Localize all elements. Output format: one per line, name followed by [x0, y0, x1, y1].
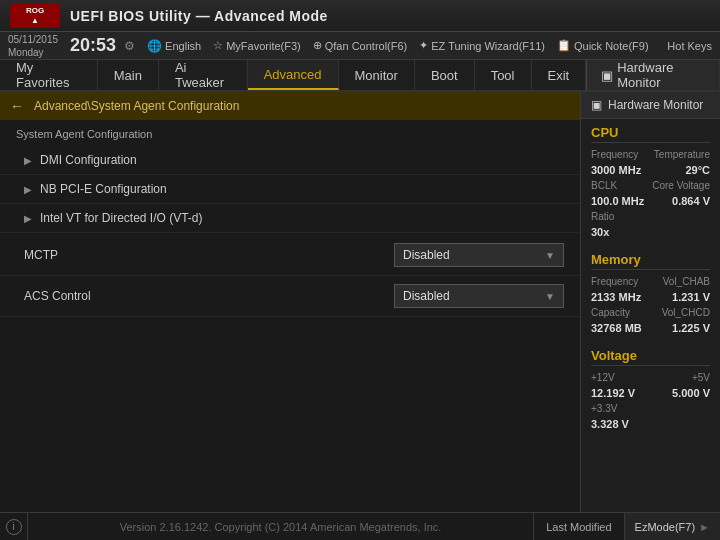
acs-control-setting-row: ACS Control Disabled: [0, 276, 580, 317]
nav-exit-label: Exit: [548, 68, 570, 83]
language-selector[interactable]: 🌐 English: [147, 39, 201, 53]
hw-monitor-title-text: Hardware Monitor: [608, 98, 703, 112]
hot-keys-button[interactable]: Hot Keys: [667, 40, 712, 52]
logo-text: ROG▲: [26, 6, 44, 25]
expand-icon: [24, 213, 32, 224]
hw-monitor-title: ▣ Hardware Monitor: [581, 92, 720, 119]
day: Monday: [8, 46, 58, 59]
nav-advanced[interactable]: Advanced: [248, 60, 339, 90]
mem-cap-value-row: 32768 MB 1.225 V: [591, 322, 710, 334]
info-icon-button[interactable]: i: [0, 513, 28, 541]
mctp-dropdown[interactable]: Disabled: [394, 243, 564, 267]
voltage-33-value-row: 3.328 V: [591, 418, 710, 430]
cpu-bclk-label-row: BCLK Core Voltage: [591, 180, 710, 191]
hw-monitor-panel: ▣ Hardware Monitor CPU Frequency Tempera…: [580, 92, 720, 512]
mctp-dropdown-arrow: [545, 250, 555, 261]
v5-label: +5V: [692, 372, 710, 383]
nav-advanced-label: Advanced: [264, 67, 322, 82]
quick-note-button[interactable]: 📋 Quick Note(F9): [557, 39, 649, 52]
nav-my-favorites-label: My Favorites: [16, 60, 81, 90]
acs-control-value: Disabled: [403, 289, 450, 303]
nav-bar: My Favorites Main Ai Tweaker Advanced Mo…: [0, 60, 720, 92]
globe-icon: 🌐: [147, 39, 162, 53]
info-bar: 05/11/2015 Monday 20:53 🌐 English ☆ MyFa…: [0, 32, 720, 60]
ez-tuning-button[interactable]: ✦ EZ Tuning Wizard(F11): [419, 39, 545, 52]
qfan-control-button[interactable]: ⊕ Qfan Control(F6): [313, 39, 408, 52]
cpu-ratio-label: Ratio: [591, 211, 614, 222]
bottom-bar: i Version 2.16.1242. Copyright (C) 2014 …: [0, 512, 720, 540]
date-display: 05/11/2015 Monday 20:53: [8, 33, 135, 59]
expand-icon: [24, 155, 32, 166]
cpu-bclk-value: 100.0 MHz: [591, 195, 644, 207]
memory-section: Memory Frequency Vol_CHAB 2133 MHz 1.231…: [581, 246, 720, 342]
cpu-core-voltage-value: 0.864 V: [672, 195, 710, 207]
vol-chab-value: 1.231 V: [672, 291, 710, 303]
nb-pcie-config-item[interactable]: NB PCI-E Configuration: [0, 175, 580, 204]
nb-pcie-label: NB PCI-E Configuration: [40, 182, 167, 196]
back-arrow-icon[interactable]: ←: [10, 98, 24, 114]
last-modified-button[interactable]: Last Modified: [533, 513, 623, 540]
breadcrumb[interactable]: ← Advanced\System Agent Configuration: [0, 92, 580, 120]
acs-control-dropdown[interactable]: Disabled: [394, 284, 564, 308]
hw-monitor-icon: ▣: [591, 98, 602, 112]
mem-cap-label-row: Capacity Vol_CHCD: [591, 307, 710, 318]
ez-mode-arrow: ►: [699, 521, 710, 533]
mem-freq-label-row: Frequency Vol_CHAB: [591, 276, 710, 287]
cpu-ratio-value-row: 30x: [591, 226, 710, 238]
cpu-freq-row: Frequency Temperature: [591, 149, 710, 160]
intel-vt-label: Intel VT for Directed I/O (VT-d): [40, 211, 203, 225]
nav-monitor-label: Monitor: [355, 68, 398, 83]
nav-monitor[interactable]: Monitor: [339, 60, 415, 90]
quick-note-label: Quick Note(F9): [574, 40, 649, 52]
cpu-core-voltage-label: Core Voltage: [652, 180, 710, 191]
nav-exit[interactable]: Exit: [532, 60, 587, 90]
ez-mode-button[interactable]: EzMode(F7) ►: [624, 513, 720, 540]
acs-control-dropdown-arrow: [545, 291, 555, 302]
cpu-section: CPU Frequency Temperature 3000 MHz 29°C …: [581, 119, 720, 246]
settings-icon[interactable]: [124, 39, 135, 53]
mem-freq-value-row: 2133 MHz 1.231 V: [591, 291, 710, 303]
nav-boot[interactable]: Boot: [415, 60, 475, 90]
mem-cap-value: 32768 MB: [591, 322, 642, 334]
my-favorite-button[interactable]: ☆ MyFavorite(F3): [213, 39, 301, 52]
vol-chd-value: 1.225 V: [672, 322, 710, 334]
wand-icon: ✦: [419, 39, 428, 52]
cpu-freq-label: Frequency: [591, 149, 638, 160]
my-favorite-label: MyFavorite(F3): [226, 40, 301, 52]
v33-label: +3.3V: [591, 403, 617, 414]
cpu-bclk-label: BCLK: [591, 180, 617, 191]
mem-cap-label: Capacity: [591, 307, 630, 318]
star-icon: ☆: [213, 39, 223, 52]
vol-chab-label: Vol_CHAB: [663, 276, 710, 287]
nav-boot-label: Boot: [431, 68, 458, 83]
config-section-title: System Agent Configuration: [0, 120, 580, 144]
qfan-label: Qfan Control(F6): [325, 40, 408, 52]
v33-value: 3.328 V: [591, 418, 629, 430]
intel-vt-item[interactable]: Intel VT for Directed I/O (VT-d): [0, 204, 580, 233]
voltage-section: Voltage +12V +5V 12.192 V 5.000 V +3.3V …: [581, 342, 720, 438]
nav-tool[interactable]: Tool: [475, 60, 532, 90]
time-display: 20:53: [70, 35, 116, 56]
ez-mode-label: EzMode(F7): [635, 521, 696, 533]
info-icon: i: [6, 519, 22, 535]
title-bar: ROG▲ UEFI BIOS Utility — Advanced Mode: [0, 0, 720, 32]
voltage-section-title: Voltage: [591, 348, 710, 366]
cpu-ratio-label-row: Ratio: [591, 211, 710, 222]
title-text: UEFI BIOS Utility — Advanced Mode: [70, 8, 328, 24]
nav-main[interactable]: Main: [98, 60, 159, 90]
nav-hw-monitor[interactable]: ▣ Hardware Monitor: [586, 60, 720, 90]
dmi-config-item[interactable]: DMI Configuration: [0, 146, 580, 175]
cpu-temp-label: Temperature: [654, 149, 710, 160]
mctp-label: MCTP: [16, 248, 394, 262]
nav-ai-tweaker[interactable]: Ai Tweaker: [159, 60, 248, 90]
voltage-12-label-row: +12V +5V: [591, 372, 710, 383]
language-label: English: [165, 40, 201, 52]
dmi-config-label: DMI Configuration: [40, 153, 137, 167]
nav-my-favorites[interactable]: My Favorites: [0, 60, 98, 90]
menu-section: DMI Configuration NB PCI-E Configuration…: [0, 144, 580, 235]
acs-control-label: ACS Control: [16, 289, 394, 303]
date: 05/11/2015: [8, 33, 58, 46]
monitor-icon: ▣: [601, 68, 613, 83]
mctp-value: Disabled: [403, 248, 450, 262]
fan-icon: ⊕: [313, 39, 322, 52]
